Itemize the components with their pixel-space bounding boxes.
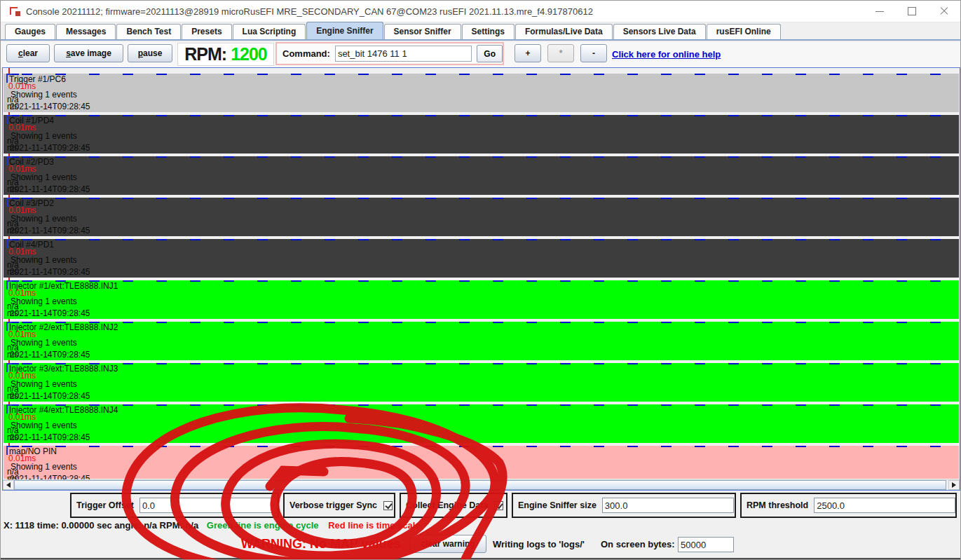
verbose-trigger-sync-panel: Verbose trigger Sync (283, 493, 395, 518)
tab-bench-test[interactable]: Bench Test (116, 24, 181, 39)
tab-lua-scripting[interactable]: Lua Scripting (233, 24, 306, 39)
channel-events: Showing 1 events (11, 173, 77, 182)
verbose-trigger-sync-checkbox[interactable] (383, 501, 393, 510)
go-button[interactable]: Go (477, 45, 503, 62)
tab-formulas-live-data[interactable]: Formulas/Live Data (515, 24, 613, 39)
cursor-status: X: 1118 time: 0.00000 sec angle: n/a RPM… (4, 520, 198, 531)
time-dash-line (4, 74, 959, 75)
channel-events: Showing 1 events (11, 421, 77, 430)
time-dash-line (4, 363, 959, 364)
clear-button[interactable]: clear (6, 44, 50, 62)
tab-bar: GaugesMessagesBench TestPresetsLua Scrip… (1, 22, 960, 41)
collect-engine-data-label: Collect Engine Data (406, 500, 488, 510)
maximize-icon[interactable] (896, 1, 928, 22)
zoom-out-button[interactable]: - (580, 44, 607, 62)
scroll-right-icon[interactable] (948, 480, 960, 490)
channel-events: Showing 1 events (11, 214, 77, 223)
time-dash-line (4, 239, 959, 240)
rpm-value: 1200 (231, 44, 267, 64)
tab-engine-sniffer[interactable]: Engine Sniffer (306, 22, 383, 39)
channel-events: Showing 1 events (11, 380, 77, 388)
command-input[interactable] (335, 46, 472, 62)
sniffer-row[interactable]: Coil #2/PD3 0.01ms Showing 1 events n/a … (4, 156, 959, 195)
sniffer-row[interactable]: Injector #3/ext:TLE8888.INJ3 0.01ms Show… (4, 363, 959, 402)
sniffer-row[interactable]: Trigger #1/PC6 0.01ms Showing 1 events n… (4, 74, 959, 112)
time-dash-line (4, 156, 959, 158)
channel-timestamp: 2021-11-14T09:28:45 (10, 309, 90, 317)
tab-messages[interactable]: Messages (56, 24, 116, 39)
command-panel: Command: Go (275, 42, 504, 65)
time-dash-line (4, 404, 959, 406)
toolbar: clear save image pause RPM: 1200 Command… (1, 42, 960, 67)
channel-timestamp: 2021-11-14T09:28:45 (10, 102, 90, 111)
sniffer-row[interactable]: Coil #4/PD1 0.01ms Showing 1 events n/a … (4, 239, 959, 278)
sniffer-row[interactable]: Injector #2/ext:TLE8888.INJ2 0.01ms Show… (4, 322, 959, 360)
tab-sensors-live-data[interactable]: Sensors Live Data (613, 24, 706, 39)
engine-sniffer-size-panel: Engine Sniffer size (512, 493, 736, 518)
channel-timestamp: 2021-11-14T09:28:45 (10, 185, 90, 193)
time-dash-line (4, 322, 959, 323)
tab-presets[interactable]: Presets (182, 24, 231, 39)
time-scale-note: Red line is time scale (328, 520, 421, 531)
pause-button[interactable]: pause (128, 44, 172, 62)
horizontal-scrollbar[interactable] (3, 479, 960, 490)
scroll-left-icon[interactable] (3, 480, 14, 490)
channel-timestamp: 2021-11-14T09:28:45 (10, 392, 90, 400)
time-dash-line (4, 446, 959, 447)
sniffer-row[interactable]: Coil #3/PD2 0.01ms Showing 1 events n/a … (4, 198, 959, 236)
engine-sniffer-size-label: Engine Sniffer size (518, 500, 597, 510)
tab-settings[interactable]: Settings (462, 24, 514, 39)
channel-events: Showing 1 events (11, 256, 77, 264)
sniffer-row[interactable]: map/NO PIN 0.01ms Showing 1 events n/a m… (4, 446, 959, 479)
tab-sensor-sniffer[interactable]: Sensor Sniffer (384, 24, 461, 39)
scrollbar-thumb[interactable] (14, 480, 946, 490)
clear-warning-button[interactable]: clear warning (409, 535, 486, 553)
channel-timestamp: 2021-11-14T09:28:45 (10, 433, 90, 442)
save-image-button[interactable]: save image (54, 44, 123, 62)
tab-rusefi-online[interactable]: rusEFI Online (707, 24, 781, 39)
status-line: X: 1118 time: 0.00000 sec angle: n/a RPM… (4, 520, 421, 531)
app-icon (9, 6, 20, 16)
rpm-threshold-label: RPM threshold (747, 500, 808, 510)
map-warning-text: WARNING: No MAP values (241, 537, 401, 552)
zoom-reset-button[interactable]: * (547, 44, 574, 62)
rpm-threshold-panel: RPM threshold (740, 493, 957, 518)
trigger-offset-input[interactable] (139, 498, 278, 513)
channel-events: Showing 1 events (11, 463, 77, 471)
channel-events: Showing 1 events (11, 297, 77, 306)
sniffer-row[interactable]: Injector #4/ext:TLE8888.INJ4 0.01ms Show… (4, 404, 959, 443)
channel-events: Showing 1 events (11, 90, 77, 99)
tab-gauges[interactable]: Gauges (5, 24, 55, 39)
collect-engine-data-panel: Collect Engine Data (400, 493, 507, 518)
channel-timestamp: 2021-11-14T09:28:45 (10, 226, 90, 235)
channel-timestamp: 2021-11-14T09:28:45 (10, 144, 90, 152)
time-dash-line (4, 280, 959, 282)
time-dash-line (4, 115, 959, 116)
engine-cycle-note: Green line is engine cycle (207, 520, 319, 531)
channel-timestamp: 2021-11-14T09:28:45 (10, 268, 90, 276)
collect-engine-data-checkbox[interactable] (494, 501, 503, 510)
verbose-trigger-sync-label: Verbose trigger Sync (289, 500, 377, 510)
titlebar: Console 20211112; firmware=20211113@2891… (1, 1, 960, 22)
online-help-link[interactable]: Click here for online help (612, 49, 721, 60)
trigger-offset-label: Trigger Offset (76, 500, 134, 510)
trigger-offset-panel: Trigger Offset (70, 493, 279, 518)
rpm-threshold-input[interactable] (814, 498, 955, 513)
channel-events: Showing 1 events (11, 339, 77, 347)
engine-sniffer-size-input[interactable] (602, 498, 734, 513)
command-label: Command: (282, 48, 330, 59)
channel-timestamp: 2021-11-14T09:28:45 (10, 350, 90, 359)
zoom-in-button[interactable]: + (514, 44, 541, 62)
minimize-icon[interactable] (864, 1, 896, 22)
sniffer-row[interactable]: Injector #1/ext:TLE8888.INJ1 0.01ms Show… (4, 280, 959, 319)
engine-sniffer-panel[interactable]: Trigger #1/PC6 0.01ms Showing 1 events n… (2, 67, 960, 491)
close-icon[interactable] (928, 1, 960, 22)
logs-status-text: Writing logs to 'logs/' (493, 539, 585, 549)
time-dash-line (4, 198, 959, 199)
rpm-display: RPM: 1200 (177, 43, 274, 66)
window-title: Console 20211112; firmware=20211113@2891… (26, 6, 593, 17)
sniffer-row[interactable]: Coil #1/PD4 0.01ms Showing 1 events n/a … (4, 115, 959, 153)
window-bottom-edge (1, 558, 960, 559)
on-screen-bytes-input[interactable] (678, 537, 734, 552)
channel-events: Showing 1 events (11, 132, 77, 140)
